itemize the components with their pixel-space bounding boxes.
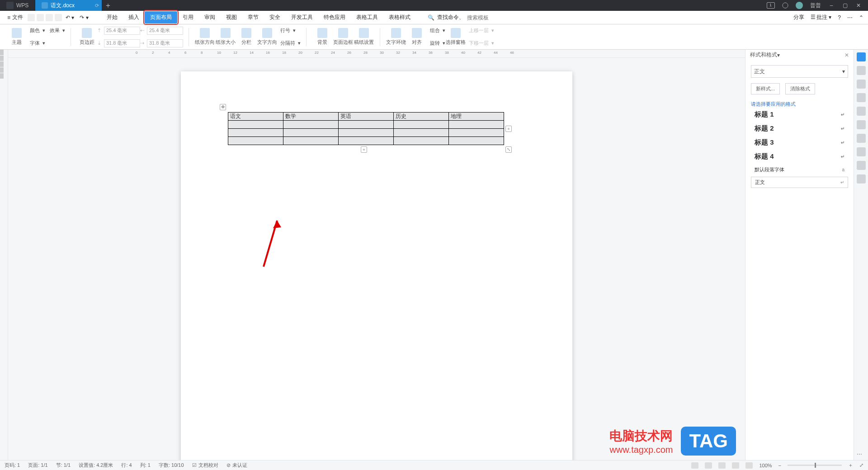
table-add-row-handle[interactable]: ＋ — [361, 146, 367, 153]
tool-select-icon[interactable] — [857, 66, 866, 75]
tool-styles-icon[interactable] — [857, 52, 866, 61]
margin-bottom-input[interactable]: ⇣ 31.8 毫米 — [97, 38, 140, 49]
maximize-button[interactable]: ▢ — [842, 2, 848, 9]
add-tab-button[interactable]: ＋ — [102, 0, 114, 11]
tool-shapes-icon[interactable] — [857, 80, 866, 89]
collapse-ribbon-icon[interactable]: ⌃ — [859, 14, 863, 21]
send-backward-button[interactable]: 下移一层 ▾ — [466, 38, 494, 49]
tool-image-icon[interactable] — [857, 134, 866, 143]
cell[interactable]: 数学 — [283, 113, 339, 121]
tab-sync-icon[interactable]: ⟳ — [95, 3, 99, 9]
vertical-ruler[interactable] — [0, 50, 8, 460]
avatar-icon[interactable] — [796, 2, 803, 9]
margin-button[interactable]: 页边距 — [76, 28, 97, 46]
tool-research-icon[interactable] — [857, 147, 866, 156]
panel-count-icon[interactable] — [767, 2, 775, 9]
file-menu[interactable]: ≡ 文件 — [5, 13, 26, 22]
tab-security[interactable]: 安全 — [264, 11, 286, 24]
group-button[interactable]: 组合 ▾ — [427, 25, 445, 36]
tool-proof-icon[interactable] — [857, 120, 866, 129]
tool-more-icon[interactable]: ⋯ — [857, 451, 866, 460]
view-mode-1[interactable] — [691, 462, 698, 469]
orientation-button[interactable]: 纸张方向 — [194, 28, 215, 46]
margin-right-input[interactable]: ⇢ 31.8 毫米 — [140, 38, 183, 49]
font-button[interactable]: 字体 ▾ — [27, 38, 45, 49]
theme-icon[interactable] — [782, 2, 788, 9]
tab-review[interactable]: 审阅 — [199, 11, 221, 24]
status-setval[interactable]: 设置值: 4.2厘米 — [79, 462, 113, 469]
tool-properties-icon[interactable] — [857, 93, 866, 102]
qa-save-icon[interactable] — [55, 14, 62, 21]
style-h2[interactable]: 标题 2↵ — [751, 122, 848, 136]
style-h3[interactable]: 标题 3↵ — [751, 136, 848, 150]
fit-screen[interactable]: ⤢ — [859, 462, 863, 468]
doc-table[interactable]: 语文 数学 英语 历史 地理 — [228, 112, 504, 145]
panel-close-button[interactable]: ✕ — [844, 52, 849, 58]
tab-section[interactable]: 章节 — [242, 11, 264, 24]
break-button[interactable]: 分隔符 ▾ — [278, 38, 301, 49]
tab-insert[interactable]: 插入 — [123, 11, 145, 24]
tool-clock-icon[interactable] — [857, 161, 866, 170]
undo-button[interactable]: ↶ ▾ — [64, 14, 76, 21]
app-tab-wps[interactable]: WPS — [0, 0, 35, 11]
status-proof[interactable]: ☑文档校对 — [192, 462, 218, 469]
manuscript-button[interactable]: 稿纸设置 — [354, 28, 374, 46]
zoom-out[interactable]: − — [778, 463, 781, 468]
zoom-value[interactable]: 100% — [759, 463, 772, 468]
close-button[interactable]: ✕ — [855, 2, 862, 9]
horizontal-ruler[interactable]: 0246810121416182022242628303234363840424… — [8, 50, 745, 58]
cell[interactable]: 语文 — [228, 113, 283, 121]
zoom-slider[interactable] — [788, 465, 842, 466]
style-body[interactable]: 正文↵ — [751, 177, 848, 188]
status-pagedoc[interactable]: 页码: 1 — [5, 462, 20, 469]
table-resize-handle[interactable]: ⤡ — [505, 146, 512, 153]
tab-tablestyle[interactable]: 表格样式 — [383, 11, 416, 24]
tab-layout[interactable]: 页面布局 — [145, 11, 177, 24]
more-icon[interactable]: ⋯ — [847, 14, 853, 21]
status-col[interactable]: 列: 1 — [140, 462, 151, 469]
table-add-col-handle[interactable]: ＋ — [505, 126, 512, 132]
tab-start[interactable]: 开始 — [101, 11, 123, 24]
tab-special[interactable]: 特色应用 — [318, 11, 351, 24]
tab-tabletool[interactable]: 表格工具 — [351, 11, 383, 24]
paper-size-button[interactable]: 纸张大小 — [215, 28, 236, 46]
tool-links-icon[interactable] — [857, 107, 866, 116]
status-uncert[interactable]: ⊘未认证 — [226, 462, 247, 469]
columns-button[interactable]: 分栏 — [236, 28, 257, 46]
cell[interactable]: 英语 — [339, 113, 394, 121]
search-input[interactable] — [467, 14, 526, 21]
cell[interactable]: 地理 — [449, 113, 504, 121]
rotate-button[interactable]: 旋转 ▾ — [427, 38, 445, 49]
qa-open-icon[interactable] — [28, 14, 35, 21]
selection-pane-button[interactable]: 选择窗格 — [445, 28, 466, 46]
current-style-select[interactable]: 正文▾ — [751, 65, 848, 78]
status-page[interactable]: 页面: 1/1 — [28, 462, 47, 469]
bring-forward-button[interactable]: 上移一层 ▾ — [466, 25, 494, 36]
help-icon[interactable]: ? — [838, 14, 841, 21]
tool-help-icon[interactable] — [857, 174, 866, 183]
qa-print-icon[interactable] — [37, 14, 44, 21]
lineno-button[interactable]: 行号 ▾ — [278, 25, 301, 36]
table-row[interactable] — [228, 121, 504, 129]
borders-button[interactable]: 页面边框 — [333, 28, 354, 46]
redo-button[interactable]: ↷ ▾ — [78, 14, 90, 21]
minimize-button[interactable]: – — [828, 2, 835, 9]
style-default-para[interactable]: 默认段落字体a — [751, 164, 848, 176]
search-icon[interactable]: 🔍 — [428, 14, 434, 21]
new-style-button[interactable]: 新样式... — [751, 83, 780, 94]
table-row[interactable] — [228, 137, 504, 145]
effect-button[interactable]: 效果 ▾ — [47, 25, 65, 36]
align-button[interactable]: 对齐 — [406, 28, 427, 46]
text-direction-button[interactable]: 文字方向 — [257, 28, 278, 46]
status-section[interactable]: 节: 1/1 — [56, 462, 71, 469]
canvas-area[interactable]: 0246810121416182022242628303234363840424… — [8, 50, 745, 460]
status-row[interactable]: 行: 4 — [121, 462, 132, 469]
table-move-handle[interactable]: ✥ — [220, 104, 226, 110]
style-h4[interactable]: 标题 4↵ — [751, 150, 848, 164]
margin-left-input[interactable]: ⇠ 25.4 毫米 — [140, 25, 183, 36]
zoom-in[interactable]: ＋ — [848, 462, 853, 469]
view-mode-3[interactable] — [718, 462, 726, 469]
table-row[interactable] — [228, 129, 504, 137]
color-button[interactable]: 颜色 ▾ — [27, 25, 45, 36]
tab-view[interactable]: 视图 — [221, 11, 242, 24]
